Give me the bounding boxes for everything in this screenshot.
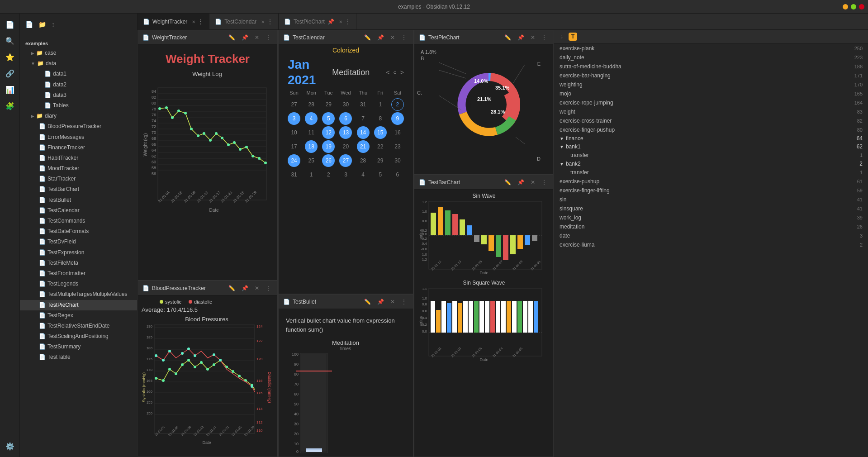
tab-test-pie-chart[interactable]: 📄 TestPieChart 📌 ✕ ⋮ [279,14,356,30]
cal-day-15[interactable]: 15 [374,126,387,139]
cal-day-28b[interactable]: 28 [357,154,370,167]
edit-btn[interactable]: ✏️ [503,178,513,186]
cal-day-17[interactable]: 17 [288,140,300,153]
tree-item-testexpression[interactable]: 📄TestExpression [20,248,137,258]
right-item-exercise-pushup[interactable]: exercise-pushup61 [554,177,868,186]
close-btn[interactable] [859,4,864,10]
cal-day-10[interactable]: 10 [288,126,300,139]
cal-day-27b[interactable]: 27 [339,154,352,167]
cal-day-22[interactable]: 22 [374,140,387,153]
tree-item-testdateformats[interactable]: 📄TestDateFormats [20,226,137,237]
cal-day-18[interactable]: 18 [305,140,318,153]
ribbon-stars-btn[interactable]: ⭐ [3,50,17,64]
right-item-weight[interactable]: weight83 [554,107,868,116]
tree-item-data3[interactable]: 📄data3 [20,90,137,100]
right-folder-finance[interactable]: ▼finance64 [554,134,868,143]
cal-day-26[interactable]: 26 [322,154,335,167]
cal-day-24[interactable]: 24 [288,154,300,167]
right-item-mojo[interactable]: mojo165 [554,89,868,98]
cal-day-6b[interactable]: 6 [391,168,404,181]
cal-day-4[interactable]: 4 [305,112,318,125]
edit-btn[interactable]: ✏️ [503,33,513,42]
cal-day-29b[interactable]: 29 [374,154,387,167]
cal-day-5[interactable]: 5 [322,112,335,125]
cal-day-3b[interactable]: 3 [339,168,352,181]
right-item-exercise-bar-hanging[interactable]: exercise-bar-hanging171 [554,71,868,80]
tab-close-btn[interactable]: ✕ [339,19,342,24]
right-item-exercise-liuma[interactable]: exercise-liuma2 [554,240,868,249]
right-item-work_log[interactable]: work_log39 [554,213,868,222]
tree-item-startracker[interactable]: 📄StarTracker [20,174,137,184]
edit-btn[interactable]: ✏️ [362,33,373,42]
pin-btn[interactable]: 📌 [375,298,386,306]
close-btn[interactable]: ✕ [529,178,537,186]
tree-item-testrelativestartenddate[interactable]: 📄TestRelativeStartEndDate [20,321,137,331]
pin-btn[interactable]: 📌 [516,33,526,42]
right-item-sutra-of-medicine-buddha[interactable]: sutra-of-medicine-buddha188 [554,62,868,71]
cal-day-27[interactable]: 27 [288,98,300,111]
edit-btn[interactable]: ✏️ [227,33,237,42]
right-item-exercise-cross-trainer[interactable]: exercise-cross-trainer82 [554,116,868,125]
tree-item-testfrontmatter[interactable]: 📄TestFrontmatter [20,268,137,279]
right-item-sin[interactable]: sin41 [554,195,868,204]
tree-item-data[interactable]: ▼📁data [20,58,137,69]
cal-day-9[interactable]: 9 [391,112,404,125]
tree-item-testcommands[interactable]: 📄TestCommands [20,216,137,226]
pin-btn[interactable]: 📌 [516,178,526,186]
more-btn[interactable]: ⋮ [264,33,273,42]
tree-item-testdvfield[interactable]: 📄TestDvField [20,237,137,247]
cal-day-21[interactable]: 21 [357,140,370,153]
tree-item-bloodpressuretracker[interactable]: 📄BloodPressureTracker [20,121,137,132]
cal-day-2[interactable]: 2 [391,98,404,111]
more-btn[interactable]: ⋮ [399,298,408,306]
right-item-transfer[interactable]: transfer1 [554,168,868,177]
tab-pin-btn[interactable]: 📌 [327,19,334,25]
right-item-exercise-rope-jumping[interactable]: exercise-rope-jumping164 [554,98,868,107]
cal-day-6[interactable]: 6 [339,112,352,125]
pin-btn[interactable]: 📌 [240,284,250,292]
ribbon-graph-btn[interactable]: 🔗 [3,66,17,81]
tree-item-tables[interactable]: 📄Tables [20,100,137,111]
cal-day-12[interactable]: 12 [322,126,335,139]
ribbon-settings-btn[interactable]: ⚙️ [3,439,17,453]
cal-day-23[interactable]: 23 [391,140,404,153]
right-item-date[interactable]: date3 [554,231,868,240]
new-folder-btn[interactable]: 📁 [37,19,48,30]
cal-day-16[interactable]: 16 [391,126,404,139]
cal-day-31b[interactable]: 31 [288,168,300,181]
cal-day-30[interactable]: 30 [339,98,352,111]
edit-btn[interactable]: ✏️ [227,284,237,292]
tab-close-btn[interactable]: ✕ [261,19,265,24]
cal-day-20[interactable]: 20 [339,140,352,153]
cal-day-5b[interactable]: 5 [374,168,387,181]
tab-more-btn[interactable]: ⋮ [198,19,204,25]
sort-icon-btn[interactable]: ↕ [559,33,565,41]
right-folder-bank2[interactable]: ▼bank22 [554,160,868,168]
right-item-sinsquare[interactable]: sinsquare41 [554,204,868,213]
tree-item-financetracker[interactable]: 📄FinanceTracker [20,143,137,153]
right-item-exercise-finger-pushup[interactable]: exercise-finger-pushup80 [554,125,868,134]
right-item-transfer[interactable]: transfer1 [554,151,868,160]
more-btn[interactable]: ⋮ [399,33,408,42]
tree-item-testscalingandpositioing[interactable]: 📄TestScalingAndPositioing [20,331,137,342]
right-item-meditation[interactable]: meditation26 [554,222,868,231]
cal-day-2b[interactable]: 2 [322,168,335,181]
ribbon-table-btn[interactable]: 📊 [3,82,17,97]
more-btn[interactable]: ⋮ [264,284,273,292]
ribbon-community-btn[interactable]: 🧩 [3,99,17,113]
close-btn[interactable]: ✕ [253,284,261,292]
new-file-btn[interactable]: 📄 [24,19,35,30]
tab-more-btn[interactable]: ⋮ [345,19,351,25]
tree-item-testsummary[interactable]: 📄TestSummary [20,342,137,352]
tree-item-testlegends[interactable]: 📄TestLegends [20,279,137,289]
cal-day-8[interactable]: 8 [374,112,387,125]
cal-day-14[interactable]: 14 [357,126,370,139]
tree-item-testmultipletargesmultiplevalues[interactable]: 📄TestMultipleTargesMultipleValues [20,289,137,300]
tree-item-errormessages[interactable]: 📄ErrorMessages [20,132,137,143]
right-item-exercise-plank[interactable]: exercise-plank250 [554,44,868,53]
pin-btn[interactable]: 📌 [240,33,250,42]
cal-day-28[interactable]: 28 [305,98,318,111]
cal-day-1b[interactable]: 1 [305,168,318,181]
close-btn[interactable]: ✕ [529,33,537,42]
right-item-exercise-finger-lifting[interactable]: exercise-finger-lifting59 [554,186,868,195]
